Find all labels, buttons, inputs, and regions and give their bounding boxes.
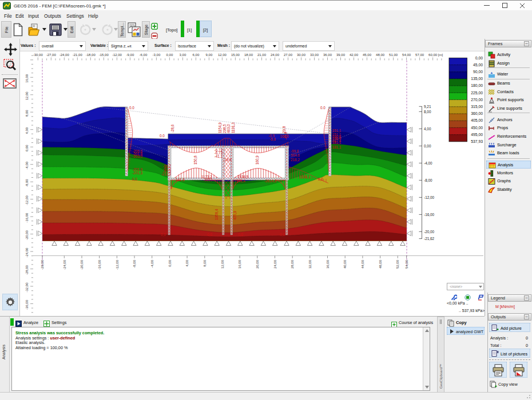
svg-text:-24,00: -24,00 — [63, 259, 66, 270]
svg-text:941,4: 941,4 — [236, 179, 245, 183]
svg-text:9,21: 9,21 — [424, 105, 431, 109]
svg-text:20,00: 20,00 — [256, 259, 259, 269]
svg-text:-15,00: -15,00 — [99, 53, 109, 57]
svg-text:-3,00: -3,00 — [153, 53, 161, 57]
svg-text:8,00: 8,00 — [25, 110, 29, 117]
svg-text:24,00: 24,00 — [271, 53, 280, 57]
svg-text:1191,3: 1191,3 — [231, 122, 235, 133]
svg-text:48,00: 48,00 — [376, 53, 385, 57]
svg-text:-36,00: -36,00 — [25, 299, 29, 310]
svg-text:-21,62: -21,62 — [424, 237, 435, 241]
svg-text:1538,5: 1538,5 — [237, 175, 249, 179]
svg-text:-21,00: -21,00 — [73, 53, 83, 57]
svg-text:16,00: 16,00 — [25, 74, 29, 83]
svg-text:57,00: 57,00 — [415, 53, 424, 57]
svg-text:12,00: 12,00 — [221, 259, 224, 269]
svg-text:0.0: 0.0 — [320, 106, 325, 110]
svg-text:27,00: 27,00 — [284, 53, 293, 57]
svg-text:-20,00: -20,00 — [80, 259, 84, 270]
svg-text:-9,00: -9,00 — [126, 53, 134, 57]
svg-text:270,00: 270,00 — [471, 98, 483, 102]
svg-text:495,00: 495,00 — [471, 133, 483, 137]
svg-text:-8,00: -8,00 — [25, 179, 29, 187]
svg-text:0,00: 0,00 — [168, 259, 172, 266]
svg-text:0,00: 0,00 — [166, 53, 173, 57]
svg-text:-24,00: -24,00 — [25, 247, 29, 258]
svg-text:-16,00: -16,00 — [98, 259, 101, 270]
svg-text:54,00: 54,00 — [402, 53, 411, 57]
svg-text:36,00: 36,00 — [323, 53, 332, 57]
svg-text:405,00: 405,00 — [471, 118, 483, 122]
svg-text:-4,00: -4,00 — [424, 161, 432, 165]
svg-text:12,00: 12,00 — [25, 91, 29, 101]
svg-text:160,9: 160,9 — [255, 155, 259, 165]
svg-text:15,00: 15,00 — [231, 53, 240, 57]
svg-text:0,0: 0,0 — [207, 233, 212, 237]
svg-text:18,00: 18,00 — [244, 53, 253, 57]
svg-text:1154,9: 1154,9 — [218, 122, 222, 133]
svg-text:[m]: [m] — [438, 53, 443, 57]
svg-text:36,00: 36,00 — [326, 259, 329, 269]
svg-text:42,00: 42,00 — [350, 53, 359, 57]
svg-text:90,00: 90,00 — [473, 70, 483, 74]
svg-text:-29,00: -29,00 — [41, 259, 44, 270]
svg-text:360,00: 360,00 — [471, 111, 483, 115]
svg-text:1538,1: 1538,1 — [299, 175, 311, 179]
svg-text:225,00: 225,00 — [471, 91, 483, 95]
svg-text:0,0: 0,0 — [132, 177, 137, 181]
svg-text:4,00: 4,00 — [185, 259, 189, 266]
svg-text:-18,00: -18,00 — [86, 53, 96, 57]
svg-text:-16,00: -16,00 — [25, 213, 29, 223]
svg-text:-32,00: -32,00 — [25, 282, 29, 293]
svg-text:52,00: 52,00 — [396, 259, 399, 269]
svg-text:141,8: 141,8 — [176, 178, 185, 182]
svg-text:-211,3: -211,3 — [161, 172, 172, 176]
svg-text:48,00: 48,00 — [379, 259, 382, 269]
svg-text:3,00: 3,00 — [180, 53, 186, 57]
svg-text:450,00: 450,00 — [471, 126, 483, 130]
svg-text:9,00: 9,00 — [206, 53, 213, 57]
svg-text:33,00: 33,00 — [310, 53, 319, 57]
svg-text:0,00: 0,00 — [25, 145, 29, 151]
svg-text:180,00: 180,00 — [471, 83, 483, 87]
svg-text:-99,8: -99,8 — [291, 149, 299, 153]
svg-text:-201,3: -201,3 — [132, 171, 142, 175]
svg-text:-30,00: -30,00 — [33, 53, 43, 57]
svg-text:-24,00: -24,00 — [59, 53, 70, 57]
svg-text:-12,00: -12,00 — [424, 195, 435, 199]
svg-text:21,00: 21,00 — [257, 53, 267, 57]
svg-text:-4,00: -4,00 — [150, 259, 154, 267]
svg-text:12,00: 12,00 — [218, 53, 227, 57]
svg-text:-12,00: -12,00 — [112, 53, 122, 57]
svg-text:218,2: 218,2 — [291, 158, 300, 162]
svg-text:181,1: 181,1 — [332, 145, 342, 149]
svg-text:315,00: 315,00 — [471, 105, 483, 109]
svg-text:45,00: 45,00 — [473, 63, 483, 67]
svg-text:60,00: 60,00 — [428, 53, 438, 57]
svg-text:-12,00: -12,00 — [25, 195, 29, 205]
svg-text:-12,00: -12,00 — [116, 259, 119, 270]
svg-text:537,93: 537,93 — [471, 139, 483, 143]
svg-text:0,00: 0,00 — [424, 144, 431, 148]
svg-text:24,00: 24,00 — [273, 259, 277, 269]
svg-text:0,0: 0,0 — [318, 177, 323, 181]
svg-text:-49,8: -49,8 — [284, 131, 288, 140]
svg-text:8,00: 8,00 — [424, 110, 431, 114]
svg-text:-20,00: -20,00 — [25, 230, 29, 240]
svg-text:39,00: 39,00 — [336, 53, 346, 57]
svg-text:463,0: 463,0 — [227, 124, 231, 133]
svg-text:0.0: 0.0 — [160, 134, 165, 138]
svg-text:1958,4: 1958,4 — [215, 209, 219, 220]
svg-text:-28,00: -28,00 — [25, 265, 29, 275]
svg-text:45,00: 45,00 — [363, 53, 372, 57]
svg-text:298,5: 298,5 — [223, 124, 227, 133]
svg-text:-8,00: -8,00 — [424, 178, 432, 182]
svg-text:-16,00: -16,00 — [424, 213, 435, 217]
svg-text:4,00: 4,00 — [424, 127, 431, 131]
svg-text:-8,00: -8,00 — [133, 259, 136, 267]
svg-text:28,00: 28,00 — [291, 259, 294, 269]
svg-text:150,8: 150,8 — [193, 155, 197, 165]
svg-text:4,00: 4,00 — [25, 127, 29, 134]
svg-text:-2614,8: -2614,8 — [264, 179, 277, 183]
svg-text:54,00: 54,00 — [405, 259, 408, 269]
